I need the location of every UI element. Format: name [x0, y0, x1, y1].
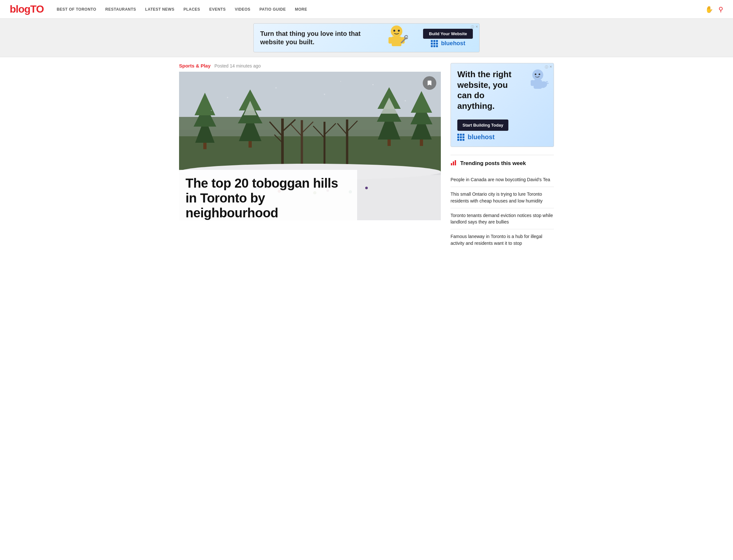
svg-rect-1 [392, 36, 402, 46]
site-header: blogTO Best of Toronto Restaurants Lates… [0, 0, 733, 19]
svg-point-65 [539, 74, 540, 75]
trending-chart-icon [451, 159, 457, 167]
search-icon[interactable]: ⚲ [718, 5, 723, 13]
svg-point-59 [211, 110, 212, 111]
svg-point-64 [535, 74, 537, 75]
user-icon[interactable]: ✋ [705, 5, 713, 13]
banner-ad-text: Turn that thing you love into that websi… [260, 29, 370, 46]
trending-item-text-0: People in Canada are now boycotting Davi… [451, 177, 550, 182]
ad-corner-label: ⓘ ✕ [471, 25, 478, 29]
bluehost-brand-text: bluehost [441, 40, 466, 47]
trending-section: Trending posts this week People in Canad… [451, 155, 554, 250]
main-container: Sports & Play Posted 14 minutes ago [173, 57, 560, 250]
svg-rect-26 [388, 140, 391, 146]
svg-point-54 [227, 97, 228, 98]
banner-ad-right: Build Your Website bluehost [423, 29, 473, 47]
sidebar-bluehost-grid-icon [457, 134, 465, 141]
banner-build-button[interactable]: Build Your Website [423, 29, 473, 39]
svg-point-56 [324, 94, 325, 95]
header-icons: ✋ ⚲ [705, 5, 723, 13]
title-overlay: The top 20 toboggan hills in Toronto by … [179, 170, 357, 220]
ad-character-icon [385, 25, 408, 51]
svg-point-58 [405, 100, 406, 101]
bluehost-grid-icon [431, 40, 438, 47]
banner-ad: ⓘ ✕ Turn that thing you love into that w… [0, 19, 733, 57]
nav-best-of-toronto[interactable]: Best of Toronto [57, 7, 96, 12]
bluehost-logo: bluehost [431, 40, 466, 47]
svg-rect-71 [455, 160, 456, 165]
nav-latest-news[interactable]: Latest News [145, 7, 174, 12]
svg-point-5 [398, 30, 400, 32]
sidebar-ad-character-icon [527, 68, 549, 94]
svg-point-55 [275, 87, 277, 88]
trending-item-0[interactable]: People in Canada are now boycotting Davi… [451, 172, 554, 187]
trending-header: Trending posts this week [451, 159, 554, 167]
article-meta: Sports & Play Posted 14 minutes ago [179, 63, 441, 68]
nav-restaurants[interactable]: Restaurants [105, 7, 136, 12]
nav-videos[interactable]: Videos [235, 7, 250, 12]
sidebar-ad-text: With the right website, you can do anyth… [457, 69, 522, 111]
trending-item-3[interactable]: Famous laneway in Toronto is a hub for i… [451, 229, 554, 250]
svg-rect-69 [451, 163, 452, 165]
bookmark-button[interactable] [423, 76, 436, 90]
banner-ad-inner: ⓘ ✕ Turn that thing you love into that w… [253, 23, 480, 52]
svg-point-4 [393, 30, 395, 32]
svg-rect-2 [389, 37, 393, 44]
nav-more[interactable]: More [295, 7, 307, 12]
sidebar-build-button[interactable]: Start Building Today [457, 119, 508, 131]
site-logo[interactable]: blogTO [10, 3, 44, 15]
nav-places[interactable]: Places [183, 7, 200, 12]
sidebar-bluehost-brand-text: bluehost [468, 133, 495, 141]
trending-item-text-1: This small Ontario city is trying to lur… [451, 192, 543, 203]
trending-item-text-2: Toronto tenants demand eviction notices … [451, 213, 553, 224]
svg-rect-70 [453, 161, 454, 165]
trending-item-1[interactable]: This small Ontario city is trying to lur… [451, 187, 554, 208]
svg-point-60 [340, 81, 341, 82]
svg-rect-67 [546, 81, 548, 82]
content-area: Sports & Play Posted 14 minutes ago [179, 63, 441, 250]
svg-point-57 [372, 84, 374, 85]
bookmark-icon [426, 80, 433, 86]
svg-point-61 [532, 69, 543, 80]
category-link[interactable]: Sports & Play [179, 63, 211, 68]
svg-point-0 [391, 26, 403, 37]
nav-patio-guide[interactable]: Patio Guide [259, 7, 286, 12]
svg-rect-17 [203, 143, 206, 149]
sidebar: ⓘ ✕ With the right website, you can do a… [451, 63, 554, 250]
trending-section-title: Trending posts this week [460, 160, 526, 167]
article-title: The top 20 toboggan hills in Toronto by … [185, 176, 350, 220]
svg-rect-21 [248, 141, 252, 148]
bar-chart-icon [451, 159, 457, 166]
trending-item-2[interactable]: Toronto tenants demand eviction notices … [451, 208, 554, 230]
svg-rect-31 [420, 140, 423, 146]
nav-events[interactable]: Events [209, 7, 225, 12]
trending-item-text-3: Famous laneway in Toronto is a hub for i… [451, 234, 542, 245]
hero-wrapper: The top 20 toboggan hills in Toronto by … [179, 72, 441, 220]
svg-rect-63 [531, 80, 534, 86]
post-time: Posted 14 minutes ago [215, 63, 261, 68]
svg-point-53 [365, 187, 368, 189]
sidebar-bluehost-logo: bluehost [457, 133, 547, 141]
main-nav: Best of Toronto Restaurants Latest News … [57, 7, 705, 12]
sidebar-ad: ⓘ ✕ With the right website, you can do a… [451, 63, 554, 147]
